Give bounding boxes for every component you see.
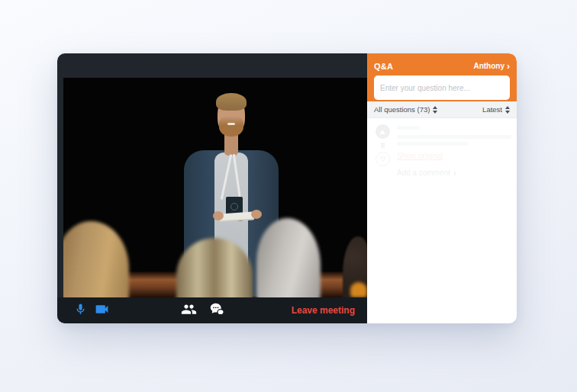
chevron-right-icon: › [507, 63, 510, 70]
presenter-beard [219, 116, 243, 137]
participants-button[interactable] [179, 297, 198, 323]
camera-button[interactable] [92, 297, 111, 323]
qa-filter-bar: All questions (73) Latest [367, 101, 517, 118]
question-input[interactable] [374, 76, 510, 100]
video-area: Leave meeting [57, 53, 367, 323]
meeting-window: Leave meeting Q&A Anthony › All question… [57, 53, 517, 323]
microphone-icon [74, 303, 87, 318]
qa-title: Q&A [374, 62, 393, 71]
participants-icon [181, 301, 197, 320]
sort-icon [433, 106, 437, 114]
vote-count [381, 143, 385, 148]
author-name-skeleton [397, 126, 420, 130]
sort-icon [505, 106, 510, 114]
camera-icon [94, 301, 110, 320]
chat-icon [209, 301, 225, 320]
presenter-video-feed [63, 78, 367, 297]
leave-meeting-button[interactable]: Leave meeting [292, 297, 355, 323]
vote-column [371, 124, 394, 177]
latest-label: Latest [482, 105, 502, 114]
user-name: Anthony [473, 62, 504, 70]
arrow-down-icon [379, 156, 386, 162]
add-comment-button[interactable]: Add a comment › [397, 169, 456, 177]
qa-header: Q&A Anthony › [367, 53, 517, 101]
microphone-button[interactable] [73, 297, 88, 323]
question-list-item-faded: Show original Add a comment › [367, 118, 517, 177]
presenter-hair [216, 93, 247, 111]
all-questions-filter[interactable]: All questions (73) [374, 105, 437, 114]
question-text-skeleton [397, 135, 511, 139]
all-questions-label: All questions (73) [374, 105, 430, 114]
show-original-link[interactable]: Show original [397, 152, 443, 160]
meeting-toolbar: Leave meeting [57, 297, 367, 323]
downvote-button[interactable] [376, 152, 390, 166]
question-text-skeleton [397, 142, 468, 146]
chat-button[interactable] [208, 297, 226, 323]
add-comment-label: Add a comment [397, 169, 450, 177]
presenter-hand-left [213, 211, 224, 220]
chevron-right-icon: › [453, 169, 456, 177]
user-menu-button[interactable]: Anthony › [473, 62, 510, 70]
qa-panel: Q&A Anthony › All questions (73) Latest [367, 53, 517, 323]
presenter-smile [227, 123, 235, 125]
presenter-hand-right [251, 210, 262, 219]
question-body: Show original Add a comment › [394, 124, 511, 177]
badge-logo [230, 203, 238, 210]
latest-sort-selector[interactable]: Latest [482, 105, 510, 114]
audience-clothing [350, 282, 367, 297]
arrow-up-icon [379, 130, 385, 134]
upvote-button[interactable] [376, 124, 390, 139]
